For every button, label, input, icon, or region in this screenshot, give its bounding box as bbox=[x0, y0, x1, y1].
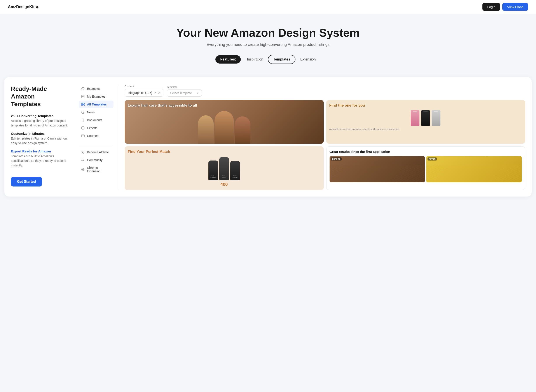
logo-icon: ◆ bbox=[36, 5, 38, 9]
before-label: BEFORE bbox=[331, 158, 342, 160]
nav-item-become-affiliate[interactable]: Become Affiliate bbox=[79, 149, 114, 156]
feature-1: 250+ Converting Templates Access a growi… bbox=[11, 114, 72, 128]
all-templates-icon bbox=[81, 103, 85, 106]
header: AmzDesignKit ◆ Login View Plans bbox=[0, 0, 536, 14]
template-select[interactable]: Select Template ▾ bbox=[167, 89, 202, 97]
nav-item-courses[interactable]: Courses bbox=[79, 132, 114, 140]
tab-templates[interactable]: Templates bbox=[268, 55, 296, 64]
svg-rect-8 bbox=[81, 135, 84, 137]
left-heading: Ready-Made Amazon Templates bbox=[11, 85, 72, 108]
svg-point-9 bbox=[82, 159, 83, 160]
content-tag-remove[interactable]: × bbox=[154, 91, 156, 95]
svg-point-10 bbox=[83, 159, 84, 160]
nav-item-experts[interactable]: Experts bbox=[79, 124, 114, 132]
filter-row: Content Infographics (107) × ✕ Template … bbox=[125, 85, 525, 97]
svg-rect-2 bbox=[81, 103, 83, 104]
affiliate-icon bbox=[81, 150, 85, 154]
right-panel: Content Infographics (107) × ✕ Template … bbox=[125, 85, 525, 190]
feature-1-desc: Access a growing library of pre-designed… bbox=[11, 119, 72, 128]
chrome-extension-icon bbox=[81, 168, 85, 171]
tab-extension[interactable]: Extension bbox=[296, 55, 320, 64]
nav-item-bookmarks[interactable]: Bookmarks bbox=[79, 117, 114, 124]
middle-nav: Examples My Examples All Templates News bbox=[79, 85, 118, 190]
logo-text: AmzDesignKit bbox=[8, 5, 34, 9]
get-started-button[interactable]: Get Started bbox=[11, 177, 42, 187]
svg-rect-7 bbox=[81, 127, 84, 129]
logo: AmzDesignKit ◆ bbox=[8, 5, 38, 9]
feature-1-title: 250+ Converting Templates bbox=[11, 114, 72, 118]
content-filter-tag[interactable]: Infographics (107) × ✕ bbox=[125, 89, 163, 97]
courses-icon bbox=[81, 134, 85, 138]
nav-item-chrome-extension[interactable]: Chrome Extension bbox=[79, 164, 114, 175]
nav-divider bbox=[79, 146, 114, 146]
template-card-luxury-hair[interactable]: Luxury hair care that's accessible to al… bbox=[125, 100, 324, 144]
nav-item-my-examples[interactable]: My Examples bbox=[79, 93, 114, 100]
main-card: Ready-Made Amazon Templates 250+ Convert… bbox=[4, 77, 532, 196]
find-one-title: Find the one for you bbox=[329, 103, 522, 108]
feature-2-desc: Edit templates in Figma or Canva with ou… bbox=[11, 136, 72, 145]
content-filter-group: Content Infographics (107) × ✕ bbox=[125, 85, 163, 97]
feature-2: Customize in Minutes Edit templates in F… bbox=[11, 132, 72, 145]
svg-rect-5 bbox=[83, 105, 84, 106]
bookmarks-icon bbox=[81, 118, 85, 122]
header-buttons: Login View Plans bbox=[482, 3, 528, 11]
feature-3: Export Ready for Amazon Templates are bu… bbox=[11, 149, 72, 168]
feature-3-desc: Templates are built to Amazon's specific… bbox=[11, 154, 72, 168]
svg-point-12 bbox=[82, 169, 83, 170]
great-results-title: Great results since the first applicatio… bbox=[330, 149, 522, 154]
template-filter-group: Template Select Template ▾ bbox=[167, 86, 202, 97]
feature-2-title: Customize in Minutes bbox=[11, 132, 72, 135]
login-button[interactable]: Login bbox=[482, 3, 500, 11]
template-card-perfect-match[interactable]: Find Your Perfect Match SVOSHMMR SVOSCC … bbox=[125, 146, 324, 190]
svg-rect-3 bbox=[83, 103, 84, 104]
experts-icon bbox=[81, 126, 85, 130]
nav-item-all-templates[interactable]: All Templates bbox=[79, 101, 114, 108]
nav-main-section: Examples My Examples All Templates News bbox=[79, 85, 114, 140]
perfect-match-title: Find Your Perfect Match bbox=[128, 149, 321, 154]
my-examples-icon bbox=[81, 95, 85, 98]
template-card-find-one[interactable]: Find the one for you Available in soothi… bbox=[326, 100, 525, 144]
left-panel: Ready-Made Amazon Templates 250+ Convert… bbox=[11, 85, 72, 190]
luxury-hair-title: Luxury hair care that's accessible to al… bbox=[128, 103, 197, 108]
template-select-text: Select Template bbox=[170, 91, 192, 95]
nav-item-examples[interactable]: Examples bbox=[79, 85, 114, 92]
nav-bottom-section: Become Affiliate Community Chrome Extens… bbox=[79, 149, 114, 175]
examples-icon bbox=[81, 87, 85, 91]
chevron-down-icon: ▾ bbox=[197, 91, 199, 95]
template-label: Template bbox=[167, 86, 202, 89]
content-tag-clear[interactable]: ✕ bbox=[158, 91, 161, 95]
hero-title: Your New Amazon Design System bbox=[4, 26, 532, 39]
svg-rect-4 bbox=[81, 105, 83, 106]
template-card-great-results[interactable]: Great results since the first applicatio… bbox=[326, 146, 525, 190]
nav-item-community[interactable]: Community bbox=[79, 156, 114, 164]
tab-features[interactable]: Features: bbox=[215, 55, 241, 64]
feature-3-title: Export Ready for Amazon bbox=[11, 149, 72, 153]
template-grid: Luxury hair care that's accessible to al… bbox=[125, 100, 525, 190]
nav-item-news[interactable]: News bbox=[79, 108, 114, 116]
tab-inspiration[interactable]: Inspiration bbox=[242, 55, 268, 64]
hero-section: Your New Amazon Design System Everything… bbox=[0, 14, 536, 75]
find-one-desc: Available in soothing lavender, sweet va… bbox=[329, 127, 522, 131]
hero-subtitle: Everything you need to create high-conve… bbox=[4, 42, 532, 47]
content-label: Content bbox=[125, 85, 163, 88]
community-icon bbox=[81, 158, 85, 162]
after-label: AFTER bbox=[427, 158, 437, 160]
content-tag-text: Infographics (107) bbox=[128, 91, 152, 95]
feature-tabs: Features: Inspiration Templates Extensio… bbox=[4, 55, 532, 64]
news-icon bbox=[81, 110, 85, 114]
view-plans-button[interactable]: View Plans bbox=[502, 3, 528, 11]
